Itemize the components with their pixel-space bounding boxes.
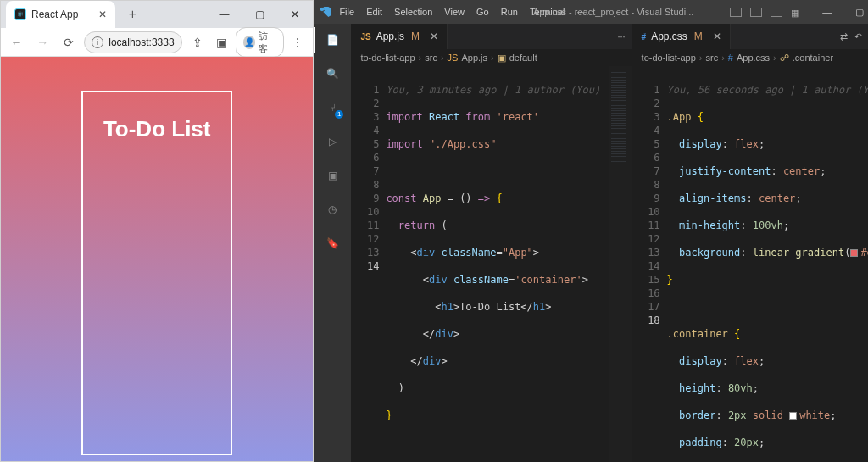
bookmark-icon[interactable]: 🔖 <box>323 234 342 253</box>
gitlens-blame: You, 56 seconds ago | 1 author (You) <box>667 83 868 97</box>
share-icon[interactable]: ⇪ <box>187 31 208 53</box>
close-window-button[interactable]: ✕ <box>277 1 313 28</box>
minimize-button[interactable]: — <box>206 1 242 28</box>
tab-close-icon[interactable]: ✕ <box>98 8 107 20</box>
address-bar[interactable]: i localhost:3333 <box>84 31 181 53</box>
source-control-icon[interactable]: ⑂1 <box>323 98 342 117</box>
tab-app-css[interactable]: # App.css M ✕ <box>633 24 731 49</box>
vscode-logo-icon <box>319 5 332 19</box>
todo-heading: To-Do List <box>103 116 211 142</box>
scm-badge: 1 <box>335 110 343 119</box>
menu-go[interactable]: Go <box>476 7 489 17</box>
editor-actions-more[interactable]: ··· <box>617 31 625 42</box>
tab-app-js[interactable]: JS App.js M ✕ <box>352 24 448 49</box>
todo-container: To-Do List <box>81 91 232 455</box>
customize-layout-icon[interactable]: ▦ <box>791 8 803 17</box>
run-debug-icon[interactable]: ▷ <box>323 132 342 151</box>
layout-sidebar-right-icon[interactable] <box>771 8 782 17</box>
breadcrumb-left[interactable]: to-do-list-app› src› JS App.js› ▣ defaul… <box>352 49 632 66</box>
revert-icon[interactable]: ↶ <box>854 31 862 42</box>
code-area-right[interactable]: 123456789101112131415161718 You, 56 seco… <box>633 66 868 462</box>
layout-controls: ▦ <box>730 8 803 17</box>
tabbar-left: JS App.js M ✕ ··· <box>352 24 632 49</box>
forward-button[interactable]: → <box>32 31 53 53</box>
browser-toolbar: ← → ⟳ i localhost:3333 ⇪ ▣ 👤 訪客 ⋮ <box>1 28 313 57</box>
breadcrumb-right[interactable]: to-do-list-app› src› # App.css› ☍ .conta… <box>633 49 868 66</box>
profile-label: 訪客 <box>259 30 276 55</box>
activity-bar: 📄 🔍 ⑂1 ▷ ▣ ◷ 🔖 <box>314 24 351 462</box>
browser-window-controls: — ▢ ✕ <box>206 1 313 28</box>
menu-file[interactable]: File <box>339 7 354 17</box>
editor-right: # App.css M ✕ ⇄ ↶ ↪ ▥ ··· to-do-list-app… <box>632 24 868 462</box>
extensions-icon[interactable]: ▣ <box>323 166 342 185</box>
minimap-left[interactable] <box>609 66 632 462</box>
profile-button[interactable]: 👤 訪客 <box>236 27 284 58</box>
person-icon: 👤 <box>243 36 256 49</box>
css-lang-icon: # <box>642 32 647 42</box>
bookmark-icon[interactable]: ▣ <box>211 31 231 53</box>
menu-terminal[interactable]: Terminal <box>530 7 565 17</box>
tab-title: React App <box>31 8 78 20</box>
menu-run[interactable]: Run <box>501 7 518 17</box>
menu-selection[interactable]: Selection <box>394 7 432 17</box>
vscode-window: File Edit Selection View Go Run Terminal… <box>314 0 868 462</box>
modified-indicator: M <box>411 31 420 42</box>
remote-icon[interactable]: ◷ <box>323 200 342 219</box>
maximize-button[interactable]: ▢ <box>242 1 277 28</box>
code-right: You, 56 seconds ago | 1 author (You) .Ap… <box>667 66 868 462</box>
tab-label: App.js <box>376 31 404 42</box>
tab-label: App.css <box>651 31 687 42</box>
gitlens-blame: You, 3 minutes ago | 1 author (You) <box>386 83 632 97</box>
code-area-left[interactable]: 1234567891011121314 You, 3 minutes ago |… <box>352 66 632 462</box>
editor-group: JS App.js M ✕ ··· to-do-list-app› src› J… <box>351 24 868 462</box>
gutter-left: 1234567891011121314 <box>352 66 386 462</box>
site-info-icon[interactable]: i <box>92 36 103 48</box>
modified-indicator: M <box>694 31 703 42</box>
vscode-titlebar: File Edit Selection View Go Run Terminal… <box>314 0 868 24</box>
vscode-minimize-button[interactable]: — <box>811 0 843 24</box>
back-button[interactable]: ← <box>6 31 27 53</box>
menu-view[interactable]: View <box>444 7 465 17</box>
vscode-maximize-button[interactable]: ▢ <box>843 0 868 24</box>
vscode-body: 📄 🔍 ⑂1 ▷ ▣ ◷ 🔖 JS App.js M ✕ ··· <box>314 24 868 462</box>
chrome-menu-icon[interactable]: ⋮ <box>287 31 308 53</box>
open-changes-icon[interactable]: ⇄ <box>840 31 848 42</box>
layout-sidebar-left-icon[interactable] <box>730 8 742 17</box>
menu-more[interactable]: ··· <box>576 7 584 17</box>
tab-close-icon[interactable]: ✕ <box>430 31 438 42</box>
editor-left: JS App.js M ✕ ··· to-do-list-app› src› J… <box>351 24 632 462</box>
tabbar-right: # App.css M ✕ ⇄ ↶ ↪ ▥ ··· <box>633 24 868 49</box>
vscode-menu: File Edit Selection View Go Run Terminal… <box>339 7 584 17</box>
vscode-window-controls: — ▢ ✕ <box>811 0 868 24</box>
new-tab-button[interactable]: + <box>122 4 142 25</box>
react-favicon: ⚛ <box>14 8 26 20</box>
chrome-window: ⚛ React App ✕ + — ▢ ✕ ← → ⟳ i localhost:… <box>0 0 314 462</box>
layout-panel-icon[interactable] <box>750 8 762 17</box>
url-text: localhost:3333 <box>108 36 174 48</box>
menu-edit[interactable]: Edit <box>366 7 382 17</box>
browser-viewport: To-Do List <box>1 57 313 461</box>
tab-close-icon[interactable]: ✕ <box>713 31 721 42</box>
js-lang-icon: JS <box>360 32 370 42</box>
browser-tab-active[interactable]: ⚛ React App ✕ <box>6 1 115 28</box>
reload-button[interactable]: ⟳ <box>58 31 80 53</box>
search-icon[interactable]: 🔍 <box>323 64 342 83</box>
browser-tabstrip: ⚛ React App ✕ + — ▢ ✕ <box>1 1 313 28</box>
explorer-icon[interactable]: 📄 <box>323 31 342 49</box>
code-left: You, 3 minutes ago | 1 author (You) impo… <box>386 66 632 462</box>
gutter-right: 123456789101112131415161718 <box>633 66 667 462</box>
